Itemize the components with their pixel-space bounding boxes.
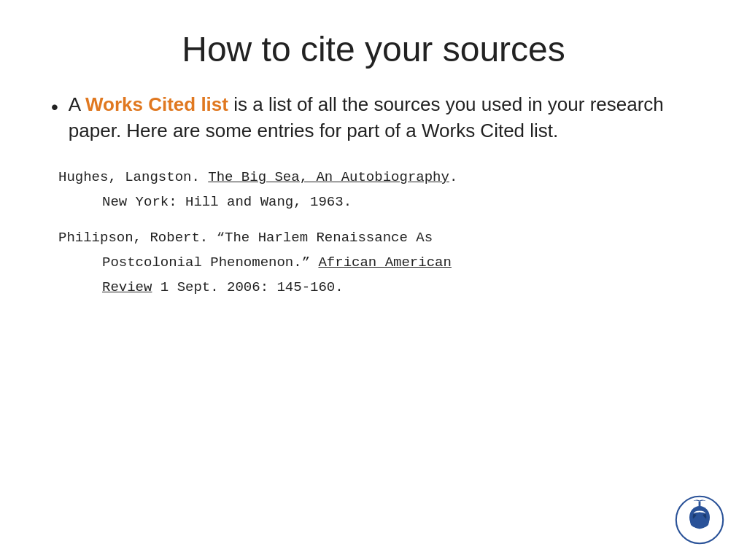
citation2-title-start: Postcolonial Phenomenon.” (102, 254, 318, 271)
slide: How to cite your sources • A Works Cited… (0, 0, 747, 560)
bullet-text: A Works Cited list is a list of all the … (69, 91, 703, 144)
slide-title: How to cite your sources (44, 29, 703, 69)
citations-section: Hughes, Langston. The Big Sea, An Autobi… (58, 166, 703, 299)
bullet-dot: • (51, 93, 58, 121)
citation1-line2: New York: Hill and Wang, 1963. (102, 191, 703, 213)
citation2-line3: Review 1 Sept. 2006: 145-160. (102, 276, 703, 298)
citation1-period: . (449, 169, 457, 185)
citation2-line2: Postcolonial Phenomenon.” African Americ… (102, 252, 703, 273)
spartan-svg (674, 494, 725, 545)
bullet-prefix: A (69, 93, 85, 115)
citation1-publisher: New York: Hill and Wang, 1963. (102, 194, 352, 210)
citation1-title: The Big Sea, An Autobiography (208, 169, 449, 185)
svg-rect-2 (698, 513, 701, 521)
citation2-author-title: Philipson, Robert. “The Harlem Renaissan… (58, 230, 433, 246)
citation1-author: Hughes, Langston. (58, 169, 208, 185)
bullet-item: • A Works Cited list is a list of all th… (51, 91, 703, 144)
citation2-journal-part1: African American (318, 254, 451, 271)
citation2-journal-part2: Review (102, 279, 152, 295)
bullet-section: • A Works Cited list is a list of all th… (44, 91, 703, 144)
citation2-details: 1 Sept. 2006: 145-160. (152, 279, 343, 295)
spartan-logo (674, 494, 725, 545)
citation2-line1: Philipson, Robert. “The Harlem Renaissan… (58, 227, 703, 249)
works-cited-highlight: Works Cited list (85, 93, 228, 115)
citation1-line1: Hughes, Langston. The Big Sea, An Autobi… (58, 166, 703, 188)
